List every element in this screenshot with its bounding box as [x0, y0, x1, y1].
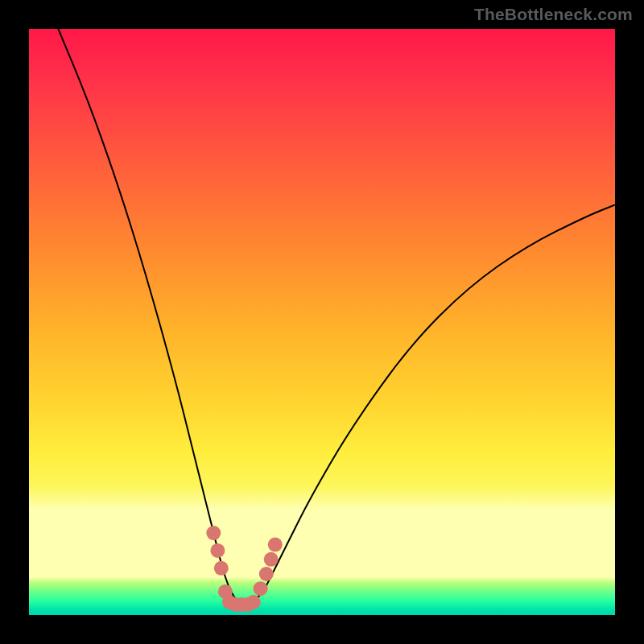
highlight-dot — [254, 581, 268, 596]
marker-group — [206, 526, 283, 612]
highlight-dot — [259, 567, 274, 581]
highlight-dot — [264, 552, 279, 567]
highlight-dot — [214, 561, 229, 576]
highlight-dot — [246, 595, 261, 609]
bottleneck-curve — [58, 29, 615, 603]
watermark-text: TheBottleneck.com — [474, 5, 633, 24]
highlight-dot — [210, 543, 225, 558]
highlight-dot — [206, 526, 221, 540]
curve-layer — [29, 29, 615, 615]
chart-frame: TheBottleneck.com — [0, 0, 644, 644]
highlight-dot — [268, 538, 283, 552]
plot-area — [29, 29, 615, 615]
